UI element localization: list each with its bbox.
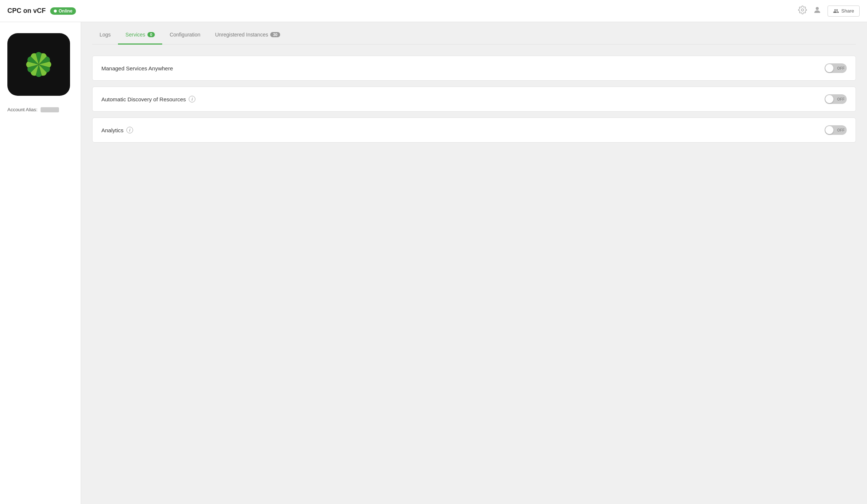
tab-unregistered-badge: 30 [270, 32, 280, 37]
toggle-track-discovery[interactable]: OFF [825, 94, 847, 104]
info-icon-discovery[interactable]: i [189, 96, 195, 102]
tab-configuration-label: Configuration [170, 32, 200, 38]
service-row-discovery: Automatic Discovery of Resources i OFF [92, 87, 856, 112]
service-name-managed: Managed Services Anywhere [101, 65, 173, 71]
main-layout: Account Alias: Logs Services 0 Configura… [0, 22, 867, 504]
toggle-off-label-discovery: OFF [837, 97, 845, 101]
tab-configuration[interactable]: Configuration [162, 26, 208, 45]
tab-logs-label: Logs [100, 32, 111, 38]
account-alias-label: Account Alias: [7, 107, 38, 112]
service-row-managed: Managed Services Anywhere OFF [92, 56, 856, 81]
service-name-discovery: Automatic Discovery of Resources [101, 96, 186, 102]
toggle-thumb-analytics [825, 126, 833, 134]
sidebar: Account Alias: [0, 22, 81, 504]
alias-value [41, 107, 59, 112]
header: CPC on vCF Online Share [0, 0, 867, 22]
service-row-analytics: Analytics i OFF [92, 118, 856, 143]
toggle-thumb-managed [825, 64, 833, 72]
tab-logs[interactable]: Logs [92, 26, 118, 45]
toggle-analytics[interactable]: OFF [825, 125, 847, 135]
toggle-track-analytics[interactable]: OFF [825, 125, 847, 135]
toggle-discovery[interactable]: OFF [825, 94, 847, 104]
share-label: Share [841, 8, 854, 14]
toggle-off-label-analytics: OFF [837, 128, 845, 132]
settings-icon[interactable] [798, 6, 807, 17]
tabs-bar: Logs Services 0 Configuration Unregister… [92, 22, 856, 45]
service-label-analytics: Analytics i [101, 127, 133, 133]
share-button[interactable]: Share [828, 6, 860, 17]
online-badge: Online [50, 7, 76, 15]
tab-services-badge: 0 [147, 32, 155, 37]
user-icon[interactable] [813, 6, 822, 17]
header-left: CPC on vCF Online [7, 7, 76, 15]
content-area: Logs Services 0 Configuration Unregister… [81, 22, 867, 504]
toggle-track-managed[interactable]: OFF [825, 63, 847, 73]
app-logo [7, 33, 70, 96]
service-name-analytics: Analytics [101, 127, 123, 133]
tab-unregistered[interactable]: Unregistered Instances 30 [208, 26, 287, 45]
tab-services[interactable]: Services 0 [118, 26, 162, 45]
tab-services-label: Services [125, 32, 145, 38]
account-alias-section: Account Alias: [7, 107, 73, 112]
svg-point-0 [801, 9, 804, 11]
header-right: Share [798, 6, 860, 17]
toggle-managed[interactable]: OFF [825, 63, 847, 73]
toggle-off-label-managed: OFF [837, 66, 845, 70]
service-label-discovery: Automatic Discovery of Resources i [101, 96, 195, 102]
online-dot [54, 10, 57, 13]
info-icon-analytics[interactable]: i [126, 127, 133, 133]
toggle-thumb-discovery [825, 95, 833, 103]
tab-unregistered-label: Unregistered Instances [215, 32, 268, 38]
online-label: Online [59, 8, 72, 14]
service-label-managed: Managed Services Anywhere [101, 65, 173, 71]
svg-point-1 [816, 7, 819, 10]
app-title: CPC on vCF [7, 7, 46, 15]
